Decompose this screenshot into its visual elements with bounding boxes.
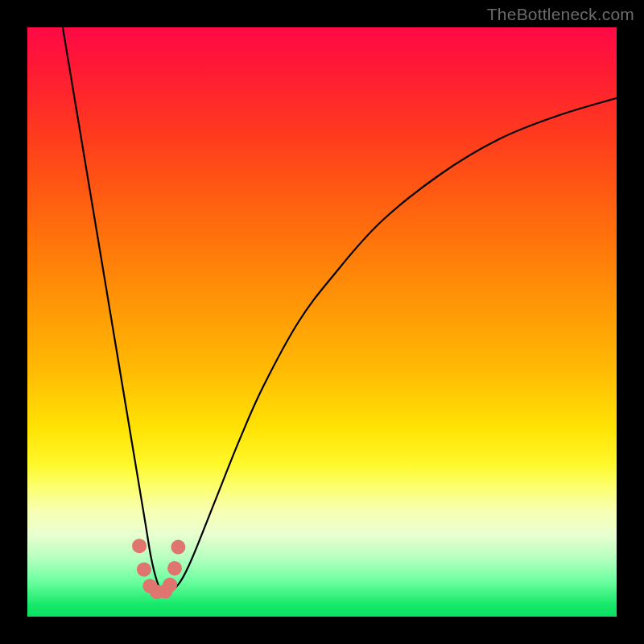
bottleneck-curve: [63, 27, 617, 595]
curve-svg: [27, 27, 617, 617]
watermark-text: TheBottleneck.com: [487, 5, 634, 24]
highlight-dot: [132, 539, 147, 553]
highlight-dot: [171, 540, 185, 555]
highlight-dot: [167, 561, 182, 576]
plot-area: [27, 27, 617, 617]
highlight-dot: [163, 577, 177, 592]
highlight-dots: [132, 539, 185, 599]
highlight-dot: [137, 562, 151, 576]
chart-frame: TheBottleneck.com: [0, 0, 644, 644]
